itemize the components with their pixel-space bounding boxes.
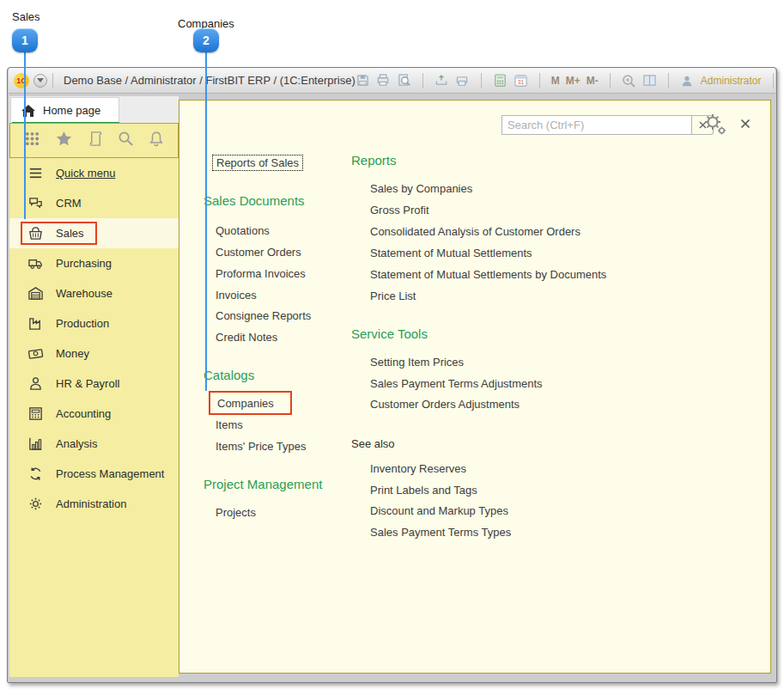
link-proforma-invoices[interactable]: Proforma Invoices <box>216 267 306 280</box>
import-icon[interactable] <box>435 73 449 88</box>
warehouse-icon <box>27 285 44 302</box>
titlebar-actions: 31 M M+ M- Administrator i <box>356 73 784 88</box>
sidebar-item-production[interactable]: Production <box>9 308 179 338</box>
favorites-star-icon[interactable] <box>55 131 73 151</box>
sidebar-item-money[interactable]: Money <box>9 338 179 369</box>
companies-highlight-box <box>209 391 292 415</box>
close-panel-icon[interactable] <box>740 117 756 132</box>
divider <box>773 73 774 88</box>
apps-grid-icon[interactable] <box>24 131 40 150</box>
sidebar-item-purchasing[interactable]: Purchasing <box>9 248 179 278</box>
hamburger-icon <box>27 165 44 181</box>
link-inventory-reserves[interactable]: Inventory Reserves <box>370 462 466 475</box>
chat-bubbles-icon <box>27 195 44 211</box>
link-statement-by-documents[interactable]: Statement of Mutual Settlements by Docum… <box>370 268 606 281</box>
sidebar-item-label: Production <box>56 317 109 330</box>
person-icon <box>27 375 44 392</box>
main-menu-dropdown[interactable] <box>33 74 47 88</box>
link-sales-by-companies[interactable]: Sales by Companies <box>370 182 472 195</box>
sidebar-item-sales[interactable]: Sales <box>9 218 179 248</box>
link-reports-of-sales[interactable]: Reports of Sales <box>212 155 303 171</box>
svg-text:31: 31 <box>518 79 525 85</box>
link-consolidated-analysis[interactable]: Consolidated Analysis of Customer Orders <box>370 225 580 238</box>
link-consignee-reports[interactable]: Consignee Reports <box>216 309 311 322</box>
home-page-panel: Reports of Sales Sales Documents Quotati… <box>179 100 771 674</box>
print-documents-icon[interactable] <box>455 73 470 88</box>
zoom-icon[interactable] <box>622 73 636 88</box>
link-credit-notes[interactable]: Credit Notes <box>216 331 277 344</box>
search-input[interactable] <box>501 115 692 135</box>
banknote-icon <box>27 345 44 362</box>
truck-icon <box>27 255 44 271</box>
callout2-line <box>205 52 207 391</box>
section-title-project-management: Project Management <box>204 477 322 491</box>
memory-subtract-button[interactable]: M- <box>586 75 599 87</box>
print-icon[interactable] <box>376 73 391 88</box>
print-preview-icon[interactable] <box>397 73 411 88</box>
divider <box>481 73 482 88</box>
callout1-badge: 1 <box>12 28 38 52</box>
link-items-price-types[interactable]: Items' Price Types <box>216 440 307 453</box>
callout2-badge: 2 <box>193 28 219 52</box>
link-invoices[interactable]: Invoices <box>216 289 257 302</box>
bar-chart-icon <box>27 436 44 452</box>
notifications-bell-icon[interactable] <box>149 131 164 150</box>
divider <box>668 73 669 88</box>
sidebar-item-warehouse[interactable]: Warehouse <box>9 278 179 308</box>
sidebar-item-label: Quick menu <box>56 167 115 180</box>
link-projects[interactable]: Projects <box>216 506 256 519</box>
section-title-service-tools: Service Tools <box>351 326 428 341</box>
gear-icon <box>27 496 44 512</box>
1c-logo-icon: 1C <box>14 73 29 88</box>
sidebar-item-label: Administration <box>56 497 126 510</box>
sidebar-item-analysis[interactable]: Analysis <box>9 429 179 459</box>
sidebar-item-label: HR & Payroll <box>56 377 119 390</box>
link-customer-orders-adjustments[interactable]: Customer Orders Adjustments <box>370 398 520 411</box>
sidebar-item-label: CRM <box>56 197 82 210</box>
settings-gears-icon[interactable] <box>702 113 727 137</box>
link-statement-mutual-settlements[interactable]: Statement of Mutual Settlements <box>370 247 532 259</box>
section-title-reports: Reports <box>351 153 397 168</box>
sidebar-item-administration[interactable]: Administration <box>9 489 179 519</box>
sidebar-item-label: Money <box>56 347 89 360</box>
divider <box>52 73 53 88</box>
link-quotations[interactable]: Quotations <box>216 224 270 237</box>
link-price-list[interactable]: Price List <box>370 290 416 302</box>
link-customer-orders[interactable]: Customer Orders <box>216 246 301 259</box>
link-sales-payment-terms-adjustments[interactable]: Sales Payment Terms Adjustments <box>370 377 543 390</box>
link-gross-profit[interactable]: Gross Profit <box>370 204 429 216</box>
ledger-icon <box>27 405 44 422</box>
search-icon[interactable] <box>118 131 134 150</box>
callout1-label: Sales <box>12 10 40 23</box>
split-window-icon[interactable] <box>642 73 657 88</box>
sidebar-item-process-management[interactable]: Process Management <box>9 459 179 489</box>
sidebar-toolbar <box>9 123 179 158</box>
calculator-icon[interactable] <box>493 73 507 88</box>
sales-highlight-box <box>21 222 97 245</box>
calendar-icon[interactable]: 31 <box>514 73 528 88</box>
tab-home-label: Home page <box>43 104 100 117</box>
sidebar-item-label: Purchasing <box>56 257 112 270</box>
sidebar-item-quick-menu[interactable]: Quick menu <box>9 158 179 188</box>
link-print-labels-and-tags[interactable]: Print Labels and Tags <box>370 484 477 497</box>
save-icon[interactable] <box>356 73 370 88</box>
sidebar-item-accounting[interactable]: Accounting <box>9 399 179 429</box>
link-discount-and-markup-types[interactable]: Discount and Markup Types <box>370 504 508 517</box>
sidebar-item-label: Analysis <box>56 437 97 450</box>
divider <box>539 73 540 88</box>
link-setting-item-prices[interactable]: Setting Item Prices <box>370 356 464 369</box>
cycle-arrows-icon <box>27 466 44 482</box>
history-icon[interactable] <box>88 131 104 150</box>
memory-add-button[interactable]: M+ <box>566 75 580 87</box>
memory-recall-button[interactable]: M <box>551 75 560 87</box>
section-title-catalogs: Catalogs <box>204 368 254 382</box>
link-sales-payment-terms-types[interactable]: Sales Payment Terms Types <box>370 526 511 539</box>
sidebar-item-label: Warehouse <box>56 287 112 300</box>
divider <box>610 73 611 88</box>
sidebar-item-hr-payroll[interactable]: HR & Payroll <box>9 369 179 399</box>
tab-strip: Home page <box>9 96 179 123</box>
sidebar-item-crm[interactable]: CRM <box>9 188 179 218</box>
titlebar: 1C Demo Base / Administrator / FirstBIT … <box>9 68 775 94</box>
tab-home-page[interactable]: Home page <box>10 97 119 123</box>
link-items[interactable]: Items <box>216 418 243 431</box>
